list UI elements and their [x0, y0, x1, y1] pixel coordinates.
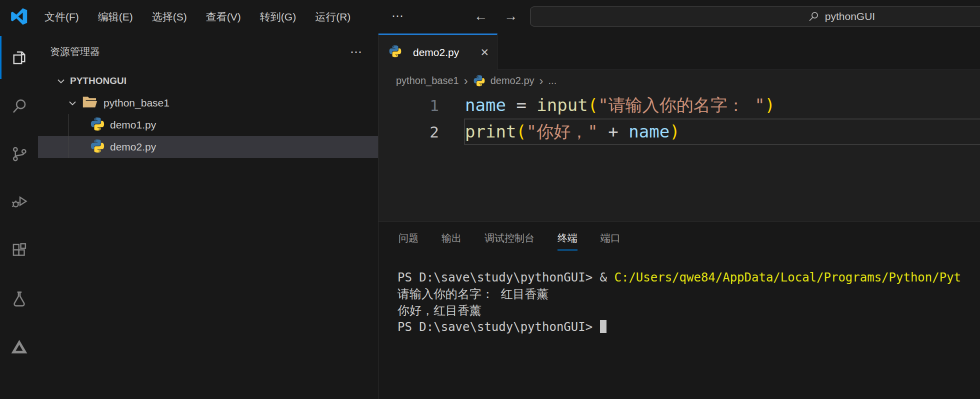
tab-close-icon[interactable]: ✕: [480, 46, 489, 58]
panel-tab-问题[interactable]: 问题: [398, 232, 418, 245]
code-line-2[interactable]: 2print("你好，" + name): [378, 118, 980, 145]
menu-item[interactable]: 转到(G): [250, 10, 306, 24]
breadcrumb: python_base1›demo2.py›...: [378, 70, 980, 92]
panel-tab-终端[interactable]: 终端: [558, 232, 578, 245]
tree-item-label: python_base1: [104, 97, 170, 109]
tree-item-label: PYTHONGUI: [70, 76, 126, 86]
vscode-logo-icon: [10, 8, 28, 26]
explorer-icon[interactable]: [0, 38, 38, 76]
extensions-icon[interactable]: [0, 231, 38, 269]
terminal-line: 请输入你的名字： 红目香薰: [398, 286, 980, 302]
menu-item[interactable]: 文件(F): [35, 10, 88, 24]
menu-item[interactable]: 编辑(E): [88, 10, 142, 24]
tree-item-demo1.py[interactable]: demo1.py: [38, 114, 378, 136]
python-file-icon: [90, 138, 105, 156]
folder-open-icon: [82, 94, 98, 113]
code-line-text: print("你好，" + name): [465, 120, 680, 144]
menu-more-button[interactable]: ⋯: [388, 0, 408, 34]
chevron-down-icon: [55, 75, 67, 87]
tree-item-demo2.py[interactable]: demo2.py: [38, 136, 378, 158]
breadcrumb-separator-icon: ›: [464, 76, 468, 86]
tree-item-PYTHONGUI[interactable]: PYTHONGUI: [38, 70, 378, 92]
search-icon: [808, 10, 820, 22]
tab-strip: demo2.py ✕: [378, 34, 980, 70]
tree-item-label: demo1.py: [110, 119, 156, 131]
python-file-icon: [388, 44, 402, 60]
sidebar-more-button[interactable]: ⋯: [350, 45, 362, 59]
menu-item[interactable]: 查看(V): [196, 10, 250, 24]
testing-icon[interactable]: [0, 280, 38, 318]
breadcrumb-item[interactable]: ...: [548, 75, 557, 86]
vscode-window: 文件(F)编辑(E)选择(S)查看(V)转到(G)运行(R) ⋯ ← → pyt…: [0, 0, 980, 399]
tree-item-label: demo2.py: [110, 141, 156, 153]
panel-tab-调试控制台[interactable]: 调试控制台: [484, 232, 534, 245]
extension-knot-icon[interactable]: [0, 328, 38, 366]
panel-tab-bar: 问题输出调试控制台终端端口: [378, 222, 620, 254]
menu-item[interactable]: 选择(S): [142, 10, 196, 24]
line-number: 1: [378, 96, 439, 114]
menu-item[interactable]: 运行(R): [306, 10, 360, 24]
indent-guide: [68, 114, 69, 158]
terminal-line: PS D:\save\study\pythonGUI> & C:/Users/q…: [398, 270, 980, 286]
editor-group: demo2.py ✕ python_base1›demo2.py›... 1na…: [378, 34, 980, 222]
menu-bar: 文件(F)编辑(E)选择(S)查看(V)转到(G)运行(R): [35, 0, 360, 34]
code-editor[interactable]: 1name = input("请输入你的名字： ")2print("你好，" +…: [378, 92, 980, 222]
panel-tab-端口[interactable]: 端口: [600, 232, 620, 245]
breadcrumb-separator-icon: ›: [540, 76, 544, 86]
code-line-text: name = input("请输入你的名字： "): [465, 94, 775, 117]
tab-demo2py[interactable]: demo2.py ✕: [378, 34, 498, 70]
python-file-icon: [473, 74, 486, 87]
tree-item-python_base1[interactable]: python_base1: [38, 92, 378, 114]
search-view-icon[interactable]: [0, 87, 38, 125]
source-control-icon[interactable]: [0, 134, 38, 172]
command-center-search[interactable]: pythonGUI: [530, 6, 980, 26]
run-and-debug-icon[interactable]: [0, 182, 38, 220]
nav-back-button[interactable]: ←: [474, 0, 488, 34]
terminal-cursor: [600, 320, 606, 333]
file-tree: PYTHONGUIpython_base1demo1.pydemo2.py: [38, 70, 378, 158]
python-file-icon: [90, 116, 105, 134]
terminal-line: PS D:\save\study\pythonGUI>: [398, 319, 980, 336]
activity-bar: [0, 34, 38, 399]
sidebar-title: 资源管理器: [50, 45, 100, 58]
panel-tab-输出[interactable]: 输出: [442, 232, 462, 245]
nav-forward-button[interactable]: →: [504, 0, 518, 34]
breadcrumb-item[interactable]: demo2.py: [490, 75, 534, 86]
title-bar: 文件(F)编辑(E)选择(S)查看(V)转到(G)运行(R) ⋯ ← → pyt…: [0, 0, 980, 34]
terminal-output[interactable]: PS D:\save\study\pythonGUI> & C:/Users/q…: [398, 270, 980, 336]
command-center-text: pythonGUI: [825, 10, 875, 22]
chevron-down-icon: [66, 97, 78, 109]
breadcrumb-item[interactable]: python_base1: [396, 75, 459, 86]
terminal-line: 你好，红目香薰: [398, 302, 980, 319]
line-number: 2: [378, 123, 439, 141]
bottom-panel: 问题输出调试控制台终端端口 PS D:\save\study\pythonGUI…: [378, 222, 980, 399]
code-line-1[interactable]: 1name = input("请输入你的名字： "): [378, 92, 980, 118]
tab-label: demo2.py: [413, 46, 459, 58]
explorer-sidebar: 资源管理器 ⋯ PYTHONGUIpython_base1demo1.pydem…: [38, 34, 378, 399]
